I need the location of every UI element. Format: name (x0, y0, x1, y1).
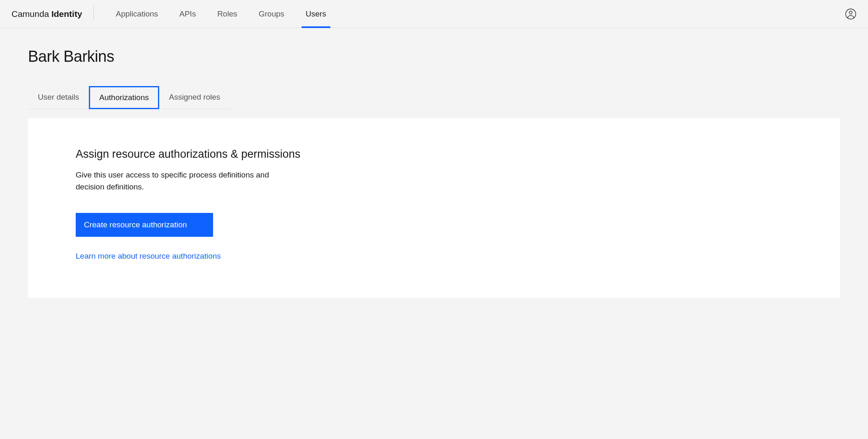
tab-label: User details (38, 93, 79, 101)
nav-users[interactable]: Users (295, 0, 337, 28)
svg-point-1 (849, 11, 852, 14)
tab-user-details[interactable]: User details (28, 86, 89, 109)
nav-label: Users (306, 9, 326, 19)
nav-applications[interactable]: Applications (105, 0, 169, 28)
top-nav: Camunda Identity Applications APIs Roles… (0, 0, 868, 28)
nav-label: Applications (116, 9, 158, 19)
authorizations-panel: Assign resource authorizations & permiss… (28, 118, 840, 298)
tab-label: Authorizations (99, 93, 149, 102)
nav-apis[interactable]: APIs (169, 0, 207, 28)
tab-assigned-roles[interactable]: Assigned roles (159, 86, 230, 109)
nav-label: APIs (179, 9, 196, 19)
tab-label: Assigned roles (169, 93, 220, 101)
brand-name-bold: Identity (51, 9, 82, 19)
tabs: User details Authorizations Assigned rol… (28, 86, 230, 109)
nav-label: Roles (217, 9, 237, 19)
brand-name-light: Camunda (12, 9, 51, 19)
nav-label: Groups (259, 9, 284, 19)
tab-authorizations[interactable]: Authorizations (89, 86, 159, 109)
user-avatar-icon[interactable] (845, 8, 856, 20)
nav-items: Applications APIs Roles Groups Users (105, 0, 337, 28)
create-resource-authorization-button[interactable]: Create resource authorization (76, 213, 213, 237)
panel-heading: Assign resource authorizations & permiss… (76, 148, 792, 161)
brand: Camunda Identity (12, 9, 94, 19)
panel-description: Give this user access to specific proces… (76, 169, 298, 193)
learn-more-link[interactable]: Learn more about resource authorizations (76, 252, 792, 261)
page-title: Bark Barkins (28, 48, 840, 65)
content: Bark Barkins User details Authorizations… (0, 28, 868, 318)
nav-groups[interactable]: Groups (248, 0, 295, 28)
nav-roles[interactable]: Roles (207, 0, 248, 28)
